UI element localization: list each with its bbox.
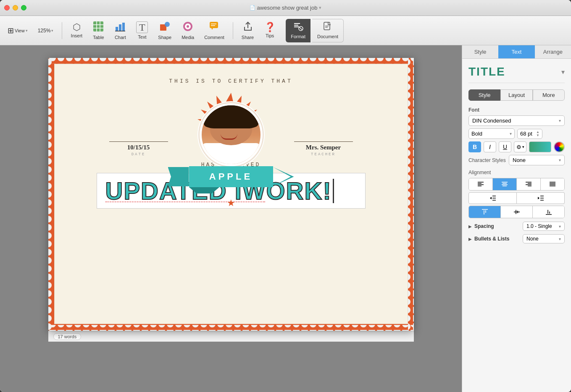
view-label: View [15, 28, 25, 33]
child-photo [200, 103, 263, 166]
valign-top-button[interactable] [469, 206, 501, 218]
valign-row [468, 206, 565, 218]
font-family-row: DIN Condensed ▾ [468, 115, 565, 126]
toolbar-sep-2 [233, 22, 233, 39]
date-label: DATE [132, 152, 146, 157]
chart-button[interactable]: Chart [111, 19, 129, 42]
bullets-dropdown[interactable]: None ▾ [523, 234, 565, 243]
font-style-value: Bold [471, 131, 482, 137]
spacing-collapse-icon[interactable]: ▶ [468, 224, 472, 229]
panel-tabs: Style Text Arrange [462, 45, 571, 59]
teacher-value: Mrs. Semper [306, 144, 341, 151]
svg-point-10 [165, 22, 170, 27]
fullscreen-button[interactable] [21, 5, 26, 10]
align-justify-button[interactable] [541, 178, 564, 190]
valign-bottom-icon [545, 209, 552, 215]
font-size-stepper[interactable]: ▲ ▼ [536, 131, 539, 137]
panel-content: TITLE ▾ Style Layout More Font DIN Conde… [462, 59, 571, 392]
format-label: Format [291, 34, 305, 39]
media-button[interactable]: Media [178, 19, 197, 42]
font-style-dropdown[interactable]: Bold ▾ [468, 128, 515, 139]
spacing-dropdown[interactable]: 1.0 - Single ▾ [523, 222, 565, 231]
sub-tab-style[interactable]: Style [468, 89, 500, 101]
chart-icon [115, 21, 126, 34]
view-icon: ⊞ [8, 26, 14, 35]
sub-tab-more[interactable]: More [533, 89, 565, 101]
bullets-value: None [526, 236, 539, 242]
valign-top-icon [482, 209, 488, 215]
indent-increase-icon [537, 195, 544, 201]
certify-text: THIS IS TO CERTIFY THAT [169, 78, 292, 84]
align-right-button[interactable] [517, 178, 541, 190]
view-button[interactable]: ⊞ View ▾ [4, 22, 31, 39]
tab-arrange[interactable]: Arrange [535, 45, 571, 58]
sub-tab-layout[interactable]: Layout [500, 89, 532, 101]
font-size-control[interactable]: 68 pt ▲ ▼ [517, 129, 542, 139]
ribbon-main: APPLE [189, 166, 273, 187]
insert-button[interactable]: ⬡ Insert [67, 19, 86, 42]
teacher-label: TEACHER [311, 152, 336, 157]
cert-inner: THIS IS TO CERTIFY THAT [54, 64, 408, 324]
svg-rect-30 [48, 58, 54, 331]
align-left-button[interactable] [469, 178, 493, 190]
tab-style[interactable]: Style [462, 45, 498, 58]
char-styles-dropdown[interactable]: None ▾ [509, 155, 565, 165]
underline-label: U [503, 144, 507, 150]
font-size-down-icon[interactable]: ▼ [536, 134, 539, 137]
teacher-signatory: Mrs. Semper TEACHER [294, 141, 353, 157]
title-chevron[interactable]: ▾ [319, 5, 321, 10]
document-button[interactable]: Document [312, 19, 344, 42]
align-center-button[interactable] [493, 178, 517, 190]
align-center-icon [501, 181, 508, 187]
text-color-swatch[interactable] [529, 141, 551, 152]
font-family-arrow: ▾ [559, 118, 561, 123]
main-area: THIS IS TO CERTIFY THAT [0, 45, 571, 392]
svg-rect-19 [294, 25, 298, 26]
valign-middle-button[interactable] [501, 206, 533, 218]
svg-rect-18 [294, 23, 300, 24]
date-line [109, 141, 168, 142]
share-button[interactable]: Share [238, 19, 257, 42]
title-dropdown-chevron[interactable]: ▾ [561, 68, 565, 76]
ribbon-banner: APPLE [168, 166, 294, 187]
document-icon: 📄 [250, 5, 255, 10]
bold-label: B [473, 144, 477, 150]
font-style-arrow: ▾ [510, 131, 512, 136]
format-document-group: Format Document [286, 19, 344, 42]
tab-text[interactable]: Text [498, 45, 534, 58]
indent-increase-button[interactable] [517, 192, 565, 204]
alignment-label: Alignment [468, 170, 565, 175]
table-button[interactable]: Table [89, 19, 108, 42]
svg-rect-29 [48, 325, 414, 331]
window-title: 📄 awesome show great job ▾ [250, 5, 322, 11]
close-button[interactable] [4, 5, 10, 10]
color-wheel-button[interactable] [554, 141, 565, 152]
word-count-bar: 17 words [48, 331, 414, 342]
student-name: APPLE [209, 171, 253, 182]
bullets-collapse-icon[interactable]: ▶ [468, 237, 472, 241]
italic-button[interactable]: I [484, 141, 496, 152]
canvas-area[interactable]: THIS IS TO CERTIFY THAT [0, 45, 462, 392]
tips-icon: ❓ [264, 23, 276, 32]
tips-button[interactable]: ❓ Tips [261, 19, 279, 42]
font-family-value: DIN Condensed [472, 118, 511, 124]
valign-bottom-button[interactable] [533, 206, 564, 218]
bullets-label: Bullets & Lists [474, 236, 509, 242]
indent-decrease-button[interactable] [468, 192, 517, 204]
panel-title: TITLE [468, 65, 505, 78]
date-signatory: 10/15/15 DATE [109, 141, 168, 157]
svg-rect-14 [210, 22, 218, 28]
ribbon-tail-right [273, 167, 294, 186]
font-family-dropdown[interactable]: DIN Condensed ▾ [468, 115, 565, 126]
minimize-button[interactable] [13, 5, 18, 10]
bold-button[interactable]: B [468, 141, 481, 152]
outer-border: THIS IS TO CERTIFY THAT [48, 58, 414, 331]
text-button[interactable]: T Text [133, 19, 151, 42]
zoom-button[interactable]: 125% ▾ [34, 22, 57, 39]
comment-button[interactable]: Comment [201, 19, 228, 42]
shape-button[interactable]: Shape [155, 19, 175, 42]
text-options-button[interactable]: ⚙ ▾ [514, 141, 526, 152]
app-window: 📄 awesome show great job ▾ ⊞ View ▾ 125%… [0, 0, 571, 392]
underline-button[interactable]: U [499, 141, 511, 152]
format-button[interactable]: Format [286, 19, 310, 42]
